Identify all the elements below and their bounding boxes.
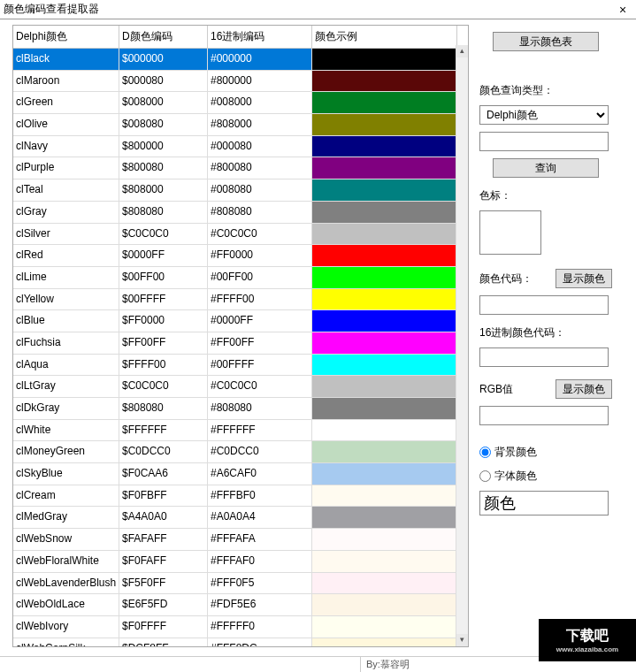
color-swatch[interactable] bbox=[312, 398, 457, 420]
color-swatch[interactable] bbox=[312, 529, 457, 551]
table-cell[interactable]: $000080 bbox=[119, 71, 208, 93]
table-cell[interactable]: $008000 bbox=[119, 92, 208, 114]
color-swatch[interactable] bbox=[312, 616, 457, 638]
table-cell[interactable]: clWebFloralWhite bbox=[13, 551, 119, 573]
table-cell[interactable]: #000080 bbox=[208, 136, 312, 158]
table-cell[interactable]: #00FFFF bbox=[208, 355, 312, 377]
table-cell[interactable]: $F0FAFF bbox=[119, 551, 208, 573]
table-cell[interactable]: $C0C0C0 bbox=[119, 224, 208, 246]
table-cell[interactable]: $000000 bbox=[119, 49, 208, 71]
table-cell[interactable]: clPurple bbox=[13, 157, 119, 179]
table-cell[interactable]: $00FFFF bbox=[119, 289, 208, 311]
table-cell[interactable]: clWebCornSilk bbox=[13, 638, 119, 647]
query-type-select[interactable]: Delphi颜色 bbox=[479, 105, 609, 125]
table-cell[interactable]: #FDF5E6 bbox=[208, 594, 312, 616]
column-header[interactable]: 16进制编码 bbox=[208, 26, 312, 49]
table-cell[interactable]: #FFFBF0 bbox=[208, 485, 312, 508]
table-cell[interactable]: clWebOldLace bbox=[13, 594, 119, 616]
color-swatch[interactable] bbox=[312, 245, 457, 267]
table-cell[interactable]: #800000 bbox=[208, 71, 312, 93]
scroll-up-icon[interactable]: ▴ bbox=[456, 45, 468, 57]
table-cell[interactable]: $F0CAA6 bbox=[119, 463, 208, 485]
table-cell[interactable]: $808080 bbox=[119, 398, 208, 420]
color-swatch[interactable] bbox=[312, 420, 457, 442]
table-cell[interactable]: $008080 bbox=[119, 114, 208, 136]
table-cell[interactable]: $C0DCC0 bbox=[119, 441, 208, 463]
sample-text-input[interactable] bbox=[479, 491, 609, 515]
table-cell[interactable]: $808080 bbox=[119, 202, 208, 224]
table-cell[interactable]: $FF0000 bbox=[119, 310, 208, 332]
table-cell[interactable]: $0000FF bbox=[119, 245, 208, 267]
table-cell[interactable]: $F5F0FF bbox=[119, 573, 208, 595]
color-swatch[interactable] bbox=[312, 114, 457, 136]
table-cell[interactable]: $FFFFFF bbox=[119, 420, 208, 442]
color-swatch[interactable] bbox=[312, 71, 457, 93]
table-cell[interactable]: clTeal bbox=[13, 179, 119, 202]
table-cell[interactable]: clMoneyGreen bbox=[13, 441, 119, 463]
table-cell[interactable]: clRed bbox=[13, 245, 119, 267]
color-swatch[interactable] bbox=[312, 310, 457, 332]
table-cell[interactable]: #808080 bbox=[208, 202, 312, 224]
table-cell[interactable]: #C0C0C0 bbox=[208, 224, 312, 246]
show-color-button-1[interactable]: 显示颜色 bbox=[556, 269, 612, 288]
table-cell[interactable]: $800080 bbox=[119, 157, 208, 179]
color-swatch[interactable] bbox=[312, 638, 457, 647]
table-cell[interactable]: $A4A0A0 bbox=[119, 507, 208, 529]
table-cell[interactable]: clBlue bbox=[13, 310, 119, 332]
table-cell[interactable]: #00FF00 bbox=[208, 267, 312, 289]
table-cell[interactable]: #C0C0C0 bbox=[208, 376, 312, 398]
table-cell[interactable]: #FFFF00 bbox=[208, 289, 312, 311]
table-cell[interactable]: $DCF8FF bbox=[119, 638, 208, 647]
color-swatch[interactable] bbox=[312, 355, 457, 377]
table-cell[interactable]: #000000 bbox=[208, 49, 312, 71]
color-swatch[interactable] bbox=[312, 441, 457, 463]
table-cell[interactable]: #808080 bbox=[208, 398, 312, 420]
table-cell[interactable]: #008000 bbox=[208, 92, 312, 114]
color-swatch[interactable] bbox=[312, 179, 457, 202]
table-cell[interactable]: #FFFFF0 bbox=[208, 616, 312, 638]
color-swatch[interactable] bbox=[312, 463, 457, 485]
table-cell[interactable]: $00FF00 bbox=[119, 267, 208, 289]
table-cell[interactable]: clYellow bbox=[13, 289, 119, 311]
table-cell[interactable]: $FAFAFF bbox=[119, 529, 208, 551]
table-cell[interactable]: clMaroon bbox=[13, 71, 119, 93]
table-cell[interactable]: $C0C0C0 bbox=[119, 376, 208, 398]
table-cell[interactable]: clOlive bbox=[13, 114, 119, 136]
table-cell[interactable]: $F0FBFF bbox=[119, 485, 208, 508]
table-cell[interactable]: clWebIvory bbox=[13, 616, 119, 638]
color-swatch[interactable] bbox=[312, 594, 457, 616]
table-cell[interactable]: #FF0000 bbox=[208, 245, 312, 267]
color-swatch[interactable] bbox=[312, 573, 457, 595]
color-swatch[interactable] bbox=[312, 485, 457, 508]
color-swatch[interactable] bbox=[312, 507, 457, 529]
table-cell[interactable]: $F0FFFF bbox=[119, 616, 208, 638]
table-cell[interactable]: clFuchsia bbox=[13, 332, 119, 355]
table-cell[interactable]: #FFF8DC bbox=[208, 638, 312, 647]
table-cell[interactable]: #FFFFFF bbox=[208, 420, 312, 442]
table-cell[interactable]: clGray bbox=[13, 202, 119, 224]
show-color-button-2[interactable]: 显示颜色 bbox=[556, 379, 612, 399]
rgb-input[interactable] bbox=[479, 406, 609, 425]
color-swatch[interactable] bbox=[312, 376, 457, 398]
column-header[interactable]: Delphi颜色 bbox=[13, 26, 119, 49]
color-swatch[interactable] bbox=[312, 289, 457, 311]
color-swatch[interactable] bbox=[312, 157, 457, 179]
table-cell[interactable]: #800080 bbox=[208, 157, 312, 179]
table-cell[interactable]: clLime bbox=[13, 267, 119, 289]
query-input[interactable] bbox=[479, 132, 609, 151]
query-button[interactable]: 查询 bbox=[493, 158, 599, 178]
table-cell[interactable]: #FFF0F5 bbox=[208, 573, 312, 595]
table-cell[interactable]: #C0DCC0 bbox=[208, 441, 312, 463]
table-cell[interactable]: $808000 bbox=[119, 179, 208, 202]
table-cell[interactable]: #0000FF bbox=[208, 310, 312, 332]
table-cell[interactable]: clAqua bbox=[13, 355, 119, 377]
table-cell[interactable]: $E6F5FD bbox=[119, 594, 208, 616]
color-swatch[interactable] bbox=[312, 551, 457, 573]
color-code-input[interactable] bbox=[479, 295, 609, 315]
color-swatch[interactable] bbox=[312, 92, 457, 114]
hex-code-input[interactable] bbox=[479, 347, 609, 367]
color-swatch[interactable] bbox=[312, 136, 457, 158]
table-cell[interactable]: clGreen bbox=[13, 92, 119, 114]
table-cell[interactable]: #808000 bbox=[208, 114, 312, 136]
color-swatch[interactable] bbox=[312, 202, 457, 224]
